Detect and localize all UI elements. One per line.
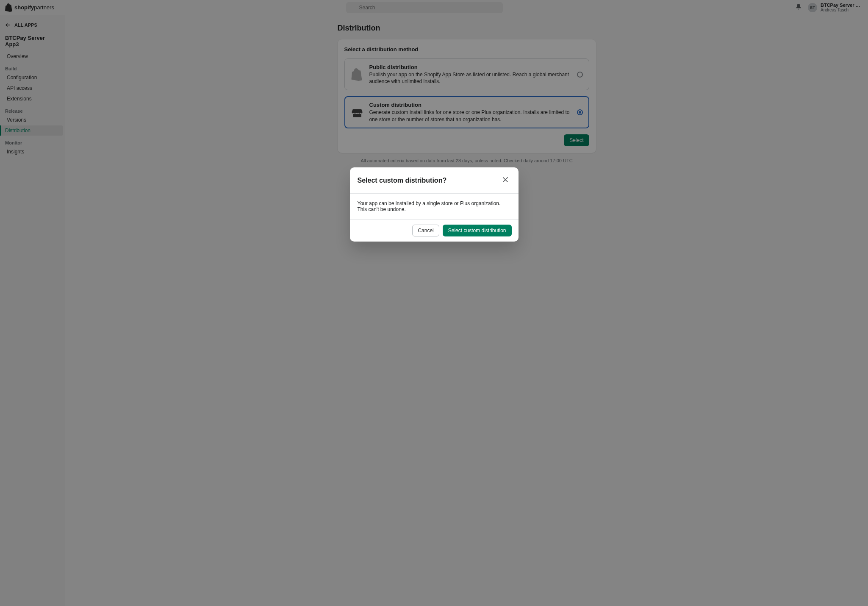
close-icon <box>502 176 509 183</box>
modal-overlay[interactable]: Select custom distribution? Your app can… <box>0 0 868 606</box>
confirm-modal: Select custom distribution? Your app can… <box>350 167 519 242</box>
modal-close-button[interactable] <box>500 174 511 186</box>
confirm-button[interactable]: Select custom distribution <box>443 225 512 236</box>
modal-body: Your app can be installed by a single st… <box>350 194 519 219</box>
modal-title: Select custom distribution? <box>358 177 447 184</box>
cancel-button[interactable]: Cancel <box>412 225 439 236</box>
